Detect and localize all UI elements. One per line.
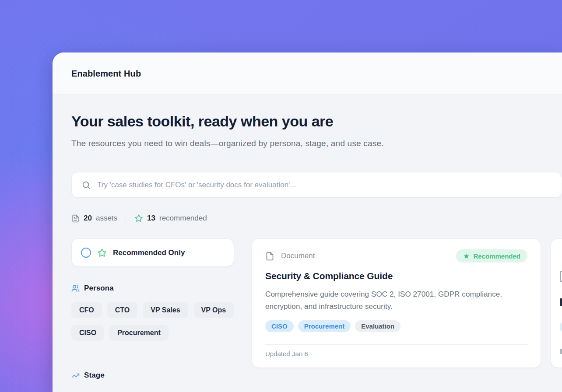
stats-divider bbox=[126, 213, 126, 224]
assets-count: 20 bbox=[84, 214, 92, 223]
persona-chip-vp-ops[interactable]: VP Ops bbox=[193, 302, 234, 318]
asset-card-grid: Document Recommended Security & Complian… bbox=[252, 238, 562, 368]
assets-label: assets bbox=[96, 214, 117, 223]
screen: Enablement Hub Your sales toolkit, ready… bbox=[0, 0, 562, 392]
persona-chip-vp-sales[interactable]: VP Sales bbox=[143, 302, 188, 318]
main-content: Your sales toolkit, ready when you are T… bbox=[53, 95, 562, 380]
persona-filter-label: Persona bbox=[84, 284, 114, 293]
persona-chip-ciso[interactable]: CISO bbox=[71, 325, 104, 341]
radio-unselected-icon[interactable] bbox=[81, 248, 91, 258]
filter-sidebar: Recommended Only Persona CFO CTO bbox=[71, 238, 234, 380]
stage-filter-header: Stage bbox=[71, 371, 234, 380]
card-type-label: Document bbox=[281, 252, 315, 260]
stats-row: 20 assets 13 recommended bbox=[71, 213, 562, 224]
file-text-icon bbox=[71, 214, 80, 223]
file-icon bbox=[560, 271, 562, 282]
page-subtitle: The resources you need to win deals—orga… bbox=[71, 136, 386, 151]
card-type: Document bbox=[265, 252, 315, 261]
app-title: Enablement Hub bbox=[71, 69, 141, 79]
app-window: Enablement Hub Your sales toolkit, ready… bbox=[53, 52, 562, 392]
recommended-badge: Recommended bbox=[456, 249, 527, 262]
persona-chip-cto[interactable]: CTO bbox=[107, 302, 137, 318]
card-title-fragment bbox=[560, 298, 562, 306]
persona-filter-header: Persona bbox=[71, 284, 234, 293]
card-updated-fragment bbox=[560, 349, 562, 354]
persona-chip-cfo[interactable]: CFO bbox=[71, 302, 102, 318]
card-tag-list: CISO Procurement Evaluation bbox=[265, 320, 527, 332]
recommended-only-toggle[interactable]: Recommended Only bbox=[71, 238, 234, 267]
page-title: Your sales toolkit, ready when you are bbox=[71, 112, 562, 130]
tag-evaluation: Evaluation bbox=[355, 320, 400, 332]
recommended-badge-label: Recommended bbox=[473, 252, 520, 260]
persona-chip-list: CFO CTO VP Sales VP Ops CISO Procurement bbox=[71, 302, 234, 341]
assets-stat: 20 assets bbox=[71, 214, 117, 223]
asset-card-security-compliance[interactable]: Document Recommended Security & Complian… bbox=[252, 238, 541, 368]
tag-ciso: CISO bbox=[265, 320, 294, 332]
card-title: Security & Compliance Guide bbox=[265, 271, 527, 281]
recommended-only-label: Recommended Only bbox=[113, 248, 185, 257]
persona-chip-procurement[interactable]: Procurement bbox=[109, 325, 169, 341]
card-updated: Updated Jan 6 bbox=[265, 350, 527, 357]
recommended-stat: 13 recommended bbox=[134, 214, 207, 223]
card-tag-fragment bbox=[560, 321, 562, 333]
users-icon bbox=[71, 284, 80, 293]
recommended-count: 13 bbox=[147, 214, 155, 223]
card-divider bbox=[265, 344, 527, 345]
star-filled-icon bbox=[463, 253, 470, 259]
star-outline-icon bbox=[134, 214, 143, 223]
file-icon bbox=[265, 252, 274, 261]
recommended-label: recommended bbox=[159, 214, 207, 223]
search-bar[interactable] bbox=[71, 172, 562, 198]
trending-up-icon bbox=[71, 371, 80, 380]
search-icon bbox=[81, 180, 91, 190]
sidebar-divider bbox=[71, 356, 234, 356]
content-columns: Recommended Only Persona CFO CTO bbox=[71, 238, 562, 380]
asset-card-partial[interactable] bbox=[551, 238, 562, 368]
app-header: Enablement Hub bbox=[53, 52, 562, 95]
search-input[interactable] bbox=[97, 181, 562, 189]
tag-procurement: Procurement bbox=[298, 320, 351, 332]
card-description: Comprehensive guide covering SOC 2, ISO … bbox=[265, 288, 527, 313]
star-outline-icon bbox=[97, 248, 107, 258]
stage-filter-label: Stage bbox=[84, 371, 105, 380]
card-type-row: Document Recommended bbox=[265, 249, 527, 262]
